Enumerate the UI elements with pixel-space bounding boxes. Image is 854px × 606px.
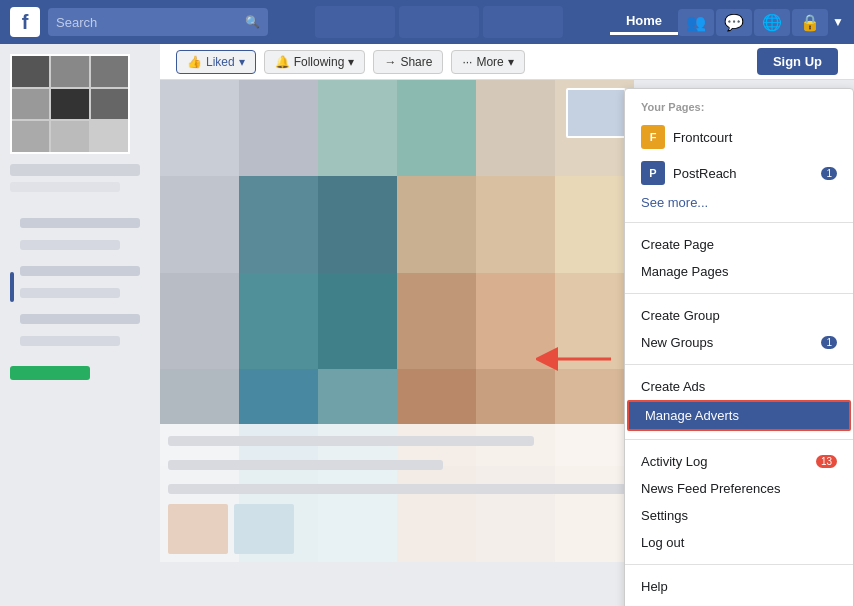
account-dropdown-arrow[interactable]: ▼ [832,15,844,29]
sidebar-badge [10,366,90,380]
more-dots-icon: ··· [462,55,472,69]
activity-section: Activity Log 13 News Feed Preferences Se… [625,440,853,565]
create-ads-label: Create Ads [641,379,705,394]
logout-item[interactable]: Log out [625,529,853,556]
sidebar-link-1[interactable] [20,218,140,228]
sidebar-link-4[interactable] [20,288,120,298]
sidebar-link-2[interactable] [20,240,120,250]
nav-icons-group: 👥 💬 🌐 🔒 ▼ [678,9,844,36]
new-groups-label: New Groups [641,335,713,350]
create-ads-item[interactable]: Create Ads [625,373,853,400]
share-icon: → [384,55,396,69]
postreach-label: PostReach [673,166,737,181]
liked-button[interactable]: 👍 Liked ▾ [176,50,256,74]
sidebar-link-5[interactable] [20,314,140,324]
see-more-link[interactable]: See more... [625,191,853,214]
groups-section: Create Group New Groups 1 [625,294,853,365]
share-button[interactable]: → Share [373,50,443,74]
post-blur-3 [168,484,626,494]
lock-icon-btn[interactable]: 🔒 [792,9,828,36]
facebook-logo: f [10,7,40,37]
postreach-badge: 1 [821,167,837,180]
post-blur-1 [168,436,534,446]
home-nav-item[interactable]: Home [610,9,678,35]
frontcourt-label: Frontcourt [673,130,732,145]
create-page-item[interactable]: Create Page [625,231,853,258]
notifications-icon-btn[interactable]: 🌐 [754,9,790,36]
postreach-page-item[interactable]: P PostReach 1 [625,155,853,191]
sidebar-link-3[interactable] [20,266,140,276]
following-icon: 🔔 [275,55,290,69]
nav-center [268,6,610,38]
post-thumb-1 [168,504,228,554]
help-section: Help Support Inbox Report a Problem [625,565,853,606]
your-pages-header: Your Pages: [625,97,853,119]
friends-icon-btn[interactable]: 👥 [678,9,714,36]
new-groups-badge: 1 [821,336,837,349]
thumbs-up-icon: 👍 [187,55,202,69]
post-blur-2 [168,460,443,470]
left-sidebar [0,44,160,606]
news-feed-prefs-item[interactable]: News Feed Preferences [625,475,853,502]
frontcourt-avatar: F [641,125,665,149]
action-bar: 👍 Liked ▾ 🔔 Following ▾ → Share ··· More… [160,44,854,80]
sidebar-name-blur [10,164,140,176]
support-inbox-item[interactable]: Support Inbox [625,600,853,606]
create-page-label: Create Page [641,237,714,252]
help-label: Help [641,579,668,594]
pages-management-section: Create Page Manage Pages [625,223,853,294]
sidebar-link-6[interactable] [20,336,120,346]
activity-log-badge: 13 [816,455,837,468]
activity-log-item[interactable]: Activity Log 13 [625,448,853,475]
search-icon: 🔍 [245,15,260,29]
activity-log-label: Activity Log [641,454,707,469]
logout-label: Log out [641,535,684,550]
frontcourt-page-item[interactable]: F Frontcourt [625,119,853,155]
create-group-item[interactable]: Create Group [625,302,853,329]
top-navigation: f 🔍 Home 👥 💬 🌐 🔒 ▼ [0,0,854,44]
your-pages-section: Your Pages: F Frontcourt P PostReach 1 S… [625,89,853,223]
settings-label: Settings [641,508,688,523]
cover-thumbnail [566,88,626,138]
signup-button[interactable]: Sign Up [757,48,838,75]
cover-image [160,80,634,562]
page-body: 👍 Liked ▾ 🔔 Following ▾ → Share ··· More… [0,44,854,606]
more-button[interactable]: ··· More ▾ [451,50,524,74]
following-button[interactable]: 🔔 Following ▾ [264,50,366,74]
help-item[interactable]: Help [625,573,853,600]
post-thumb-2 [234,504,294,554]
sidebar-subtitle-blur [10,182,120,192]
messages-icon-btn[interactable]: 💬 [716,9,752,36]
manage-pages-item[interactable]: Manage Pages [625,258,853,285]
manage-pages-label: Manage Pages [641,264,728,279]
news-feed-prefs-label: News Feed Preferences [641,481,780,496]
profile-picture [10,54,130,154]
manage-adverts-label: Manage Adverts [645,408,739,423]
manage-adverts-item[interactable]: Manage Adverts [627,400,851,431]
search-input[interactable] [56,15,245,30]
settings-item[interactable]: Settings [625,502,853,529]
create-group-label: Create Group [641,308,720,323]
search-bar[interactable]: 🔍 [48,8,268,36]
new-groups-item[interactable]: New Groups 1 [625,329,853,356]
account-dropdown-menu: Your Pages: F Frontcourt P PostReach 1 S… [624,88,854,606]
sidebar-indicator [10,272,14,302]
ads-section: Create Ads Manage Adverts [625,365,853,440]
postreach-avatar: P [641,161,665,185]
